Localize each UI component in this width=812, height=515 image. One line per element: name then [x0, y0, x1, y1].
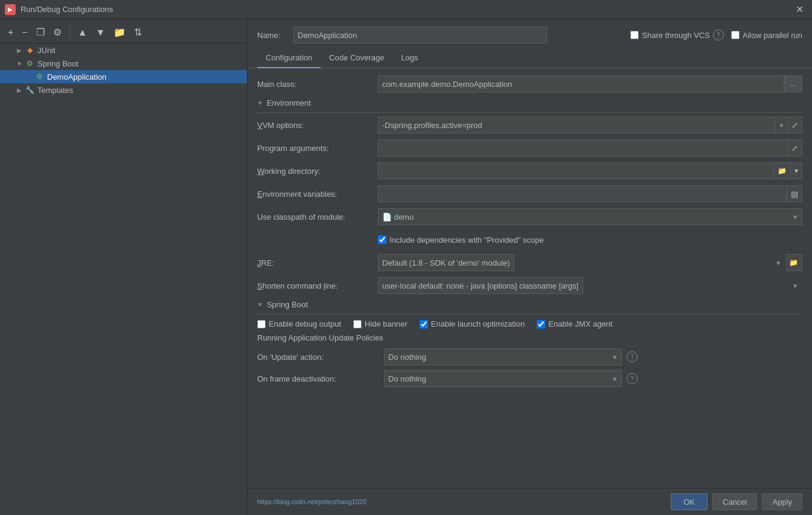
allow-parallel-checkbox[interactable]	[731, 31, 740, 39]
working-dir-row: Working directory: 📁 ▾	[257, 162, 802, 179]
program-args-input-group: ⤢	[378, 139, 802, 156]
spring-boot-section-label: Spring Boot	[267, 300, 308, 309]
env-vars-edit-button[interactable]: ▤	[787, 185, 802, 202]
sidebar-item-junit[interactable]: ▶ ◆ JUnit	[0, 43, 247, 57]
env-vars-input[interactable]	[378, 185, 787, 202]
settings-button[interactable]: ⚙	[50, 25, 65, 40]
add-config-button[interactable]: +	[5, 25, 16, 40]
vm-options-expand-button[interactable]: ⤢	[788, 117, 802, 133]
hide-banner-group: Hide banner	[353, 319, 408, 328]
sidebar-item-templates[interactable]: ▶ 🔧 Templates	[0, 83, 247, 97]
main-class-input[interactable]	[378, 75, 784, 92]
spring-boot-checkboxes: Enable debug output Hide banner Enable l…	[257, 319, 802, 328]
enable-jmx-label[interactable]: Enable JMX agent	[548, 319, 612, 328]
remove-config-button[interactable]: −	[19, 25, 30, 40]
classpath-row: Use classpath of module: 📄 demo	[257, 208, 802, 225]
cancel-button[interactable]: Cancel	[712, 493, 757, 510]
update-action-select-wrapper: Do nothing Hot swap classes Restart serv…	[384, 348, 622, 365]
classpath-select[interactable]: 📄 demo	[378, 208, 802, 225]
frame-deactivation-select[interactable]: Do nothing Hot swap classes Restart serv…	[384, 370, 622, 387]
sidebar-item-junit-label: JUnit	[37, 46, 56, 55]
update-action-group: Do nothing Hot swap classes Restart serv…	[384, 348, 638, 365]
move-down-button[interactable]: ▼	[93, 25, 109, 40]
env-vars-row: Environment variables: ▤	[257, 185, 802, 202]
vm-options-add-button[interactable]: +	[775, 117, 788, 133]
tab-code-coverage[interactable]: Code Coverage	[321, 48, 392, 68]
enable-launch-label[interactable]: Enable launch optimization	[431, 319, 525, 328]
include-deps-checkbox[interactable]	[378, 235, 386, 244]
update-action-label: On 'Update' action:	[257, 353, 378, 362]
main-class-browse-button[interactable]: …	[784, 75, 802, 92]
jre-browse-button[interactable]: 📁	[785, 254, 802, 271]
working-dir-dropdown-button[interactable]: ▾	[791, 162, 802, 179]
springboot-icon: ⚙	[24, 59, 35, 68]
shorten-cmd-label: Shorten command line:	[257, 281, 378, 290]
update-action-row: On 'Update' action: Do nothing Hot swap …	[257, 348, 802, 365]
copy-config-button[interactable]: ❐	[33, 25, 48, 40]
sidebar: + − ❐ ⚙ ▲ ▼ 📁 ⇅ ▶ ◆ JUnit ▼ ⚙ Spring Boo…	[0, 19, 248, 515]
demo-app-icon: ⚙	[34, 72, 45, 82]
jre-label: JRE:	[257, 258, 378, 267]
jre-select[interactable]: Default (1.8 - SDK of 'demo' module)	[378, 254, 514, 271]
include-deps-label[interactable]: Include dependencies with "Provided" sco…	[389, 235, 544, 245]
enable-launch-group: Enable launch optimization	[420, 319, 525, 328]
share-vcs-group: Share through VCS ?	[630, 30, 724, 40]
spring-boot-section-header[interactable]: ▼ Spring Boot	[257, 300, 802, 309]
spring-boot-arrow-icon: ▼	[257, 301, 263, 308]
enable-debug-label[interactable]: Enable debug output	[269, 319, 341, 328]
enable-debug-group: Enable debug output	[257, 319, 341, 328]
shorten-cmd-select[interactable]: user-local default: none - java [options…	[378, 277, 583, 294]
window-title: Run/Debug Configurations	[21, 5, 113, 14]
program-args-input[interactable]	[378, 139, 788, 156]
sidebar-item-demoapplication[interactable]: ⚙ DemoApplication	[0, 70, 247, 83]
vm-options-label: VVM options:	[257, 121, 378, 130]
share-vcs-label[interactable]: Share through VCS	[642, 31, 710, 40]
sort-button[interactable]: ⇅	[131, 25, 145, 40]
jre-select-wrapper: Default (1.8 - SDK of 'demo' module)	[378, 254, 785, 271]
templates-icon: 🔧	[24, 85, 35, 95]
working-dir-buttons: 📁 ▾	[774, 162, 802, 179]
tab-logs[interactable]: Logs	[392, 48, 426, 68]
vm-options-row: VVM options: + ⤢	[257, 117, 802, 133]
app-icon: ▶	[5, 4, 16, 15]
share-vcs-help-icon[interactable]: ?	[713, 30, 724, 40]
spring-boot-section: ▼ Spring Boot Enable debug output Hide b…	[257, 300, 802, 387]
hide-banner-label[interactable]: Hide banner	[365, 319, 408, 328]
sidebar-item-templates-label: Templates	[37, 86, 73, 95]
update-action-select[interactable]: Do nothing Hot swap classes Restart serv…	[384, 348, 622, 365]
frame-deactivation-help-icon[interactable]: ?	[627, 373, 638, 384]
name-input[interactable]	[293, 27, 547, 43]
working-dir-input[interactable]	[378, 162, 774, 179]
allow-parallel-label[interactable]: Allow parallel run	[743, 31, 802, 40]
hide-banner-checkbox[interactable]	[353, 320, 362, 328]
enable-debug-checkbox[interactable]	[257, 320, 266, 328]
vm-options-input[interactable]	[378, 117, 775, 133]
folder-button[interactable]: 📁	[110, 25, 129, 40]
main-class-input-group: …	[378, 75, 802, 92]
footer-link[interactable]: https://blog.csdn.net/peterzhang1020	[257, 498, 366, 505]
environment-section-header[interactable]: ▼ Environment	[257, 98, 802, 107]
enable-jmx-checkbox[interactable]	[537, 320, 545, 328]
classpath-label: Use classpath of module:	[257, 213, 378, 222]
working-dir-label: Working directory:	[257, 167, 378, 176]
move-up-button[interactable]: ▲	[75, 25, 91, 40]
allow-parallel-group: Allow parallel run	[731, 31, 802, 40]
tab-configuration[interactable]: Configuration	[257, 48, 321, 68]
frame-deactivation-label: On frame deactivation:	[257, 374, 378, 383]
apply-button[interactable]: Apply	[762, 493, 802, 510]
environment-arrow-icon: ▼	[257, 100, 263, 106]
close-button[interactable]: ✕	[792, 2, 807, 16]
sidebar-item-springboot-label: Spring Boot	[37, 59, 78, 68]
shorten-cmd-row: Shorten command line: user-local default…	[257, 277, 802, 294]
main-class-label: Main class:	[257, 80, 378, 89]
share-vcs-checkbox[interactable]	[630, 31, 639, 39]
update-action-help-icon[interactable]: ?	[627, 351, 638, 362]
working-dir-browse-button[interactable]: 📁	[774, 162, 791, 179]
program-args-expand-button[interactable]: ⤢	[788, 139, 802, 156]
include-deps-group: Include dependencies with "Provided" sco…	[378, 235, 544, 245]
running-policies-label: Running Application Update Policies	[257, 333, 802, 342]
frame-deactivation-row: On frame deactivation: Do nothing Hot sw…	[257, 370, 802, 387]
sidebar-item-springboot[interactable]: ▼ ⚙ Spring Boot	[0, 57, 247, 70]
enable-launch-checkbox[interactable]	[420, 320, 428, 328]
ok-button[interactable]: OK	[671, 493, 708, 510]
